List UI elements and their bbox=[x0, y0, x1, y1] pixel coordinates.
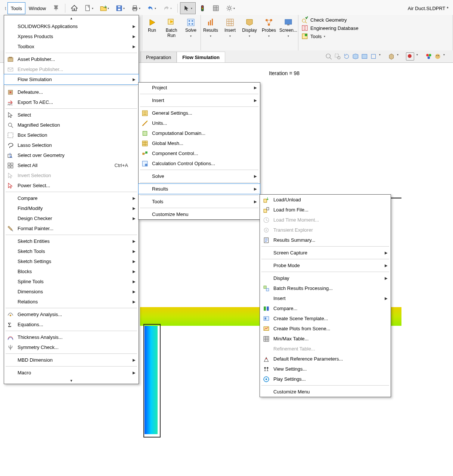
scroll-down-arrow[interactable]: ▼ bbox=[4, 378, 139, 384]
results-load-from-file[interactable]: Load from File... bbox=[260, 205, 391, 215]
results-summary[interactable]: Results Summary... bbox=[260, 235, 391, 245]
results-compare[interactable]: Compare... bbox=[260, 303, 391, 313]
redo-icon[interactable]: ▾ bbox=[159, 2, 175, 14]
ribbon-display-button[interactable]: Display▾ bbox=[240, 16, 259, 39]
traffic-light-icon[interactable] bbox=[196, 2, 209, 14]
hide-show-icon[interactable] bbox=[370, 53, 377, 60]
tab-preparation[interactable]: Preparation bbox=[140, 52, 177, 62]
open-file-icon[interactable]: ▾ bbox=[97, 2, 112, 14]
menu-find-modify[interactable]: Find/Modify▶ bbox=[4, 203, 139, 213]
zoom-area-icon[interactable] bbox=[334, 53, 341, 60]
results-customize[interactable]: Customize Menu bbox=[260, 387, 391, 397]
svg-rect-52 bbox=[11, 163, 13, 165]
results-view-settings[interactable]: View Settings... bbox=[260, 364, 391, 374]
ribbon-batch-run-button[interactable]: Batch Run bbox=[162, 16, 181, 44]
menu-macro[interactable]: Macro▶ bbox=[4, 368, 139, 378]
menu-design-checker[interactable]: Design Checker▶ bbox=[4, 213, 139, 223]
ribbon-solve-button[interactable]: Solve▾ bbox=[181, 16, 201, 39]
submenu-customize[interactable]: Customize Menu bbox=[139, 209, 260, 219]
menu-xpress-products[interactable]: Xpress Products▶ bbox=[4, 31, 139, 41]
options-grid-icon[interactable] bbox=[209, 2, 223, 14]
menu-mbd-dimension[interactable]: MBD Dimension▶ bbox=[4, 355, 139, 365]
palette-icon[interactable] bbox=[425, 53, 432, 60]
menu-dimensions[interactable]: Dimensions▶ bbox=[4, 287, 139, 297]
cursor-select-icon[interactable]: ▾ bbox=[180, 2, 196, 14]
ribbon-check-geometry[interactable]: Check Geometry bbox=[301, 16, 347, 23]
menu-compare[interactable]: Compare▶ bbox=[4, 193, 139, 203]
menu-asset-publisher[interactable]: Asset Publisher... bbox=[4, 54, 139, 64]
results-screen-capture[interactable]: Screen Capture▶ bbox=[260, 248, 391, 258]
menu-export-aec[interactable]: AECExport To AEC... bbox=[4, 97, 139, 107]
appearance-icon[interactable] bbox=[406, 52, 414, 61]
results-load-unload[interactable]: Load/Unload bbox=[260, 195, 391, 205]
menu-geometry-analysis[interactable]: Geometry Analysis... bbox=[4, 309, 139, 319]
menu-lasso-selection[interactable]: Lasso Selection bbox=[4, 140, 139, 150]
submenu-solve[interactable]: Solve▶ bbox=[139, 171, 260, 181]
menu-power-select[interactable]: Power Select... bbox=[4, 180, 139, 191]
save-icon[interactable]: ▾ bbox=[112, 2, 128, 14]
menu-sketch-settings[interactable]: Sketch Settings▶ bbox=[4, 256, 139, 266]
ribbon-screen-button[interactable]: Screen...▾ bbox=[279, 16, 298, 39]
tab-flow-simulation[interactable]: Flow Simulation bbox=[177, 52, 225, 62]
section-view-icon[interactable] bbox=[352, 53, 359, 60]
menu-tools[interactable]: Tools bbox=[7, 2, 25, 14]
submenu-units[interactable]: Units... bbox=[139, 118, 260, 128]
menu-toolbox[interactable]: Toolbox▶ bbox=[4, 41, 139, 52]
results-play-settings[interactable]: Play Settings... bbox=[260, 374, 391, 384]
menu-thickness-analysis[interactable]: Thickness Analysis... bbox=[4, 332, 139, 342]
menu-sketch-entities[interactable]: Sketch Entities▶ bbox=[4, 236, 139, 246]
results-insert[interactable]: Insert▶ bbox=[260, 293, 391, 303]
home-icon[interactable] bbox=[68, 2, 81, 14]
ribbon-results-button[interactable]: Results▾ bbox=[201, 16, 220, 39]
menu-blocks[interactable]: Blocks▶ bbox=[4, 266, 139, 276]
scene-icon[interactable] bbox=[434, 53, 441, 60]
submenu-calc-control-options[interactable]: Calculation Control Options... bbox=[139, 158, 260, 169]
menu-symmetry-check[interactable]: Symmetry Check... bbox=[4, 342, 139, 352]
ribbon-engineering-database[interactable]: Engineering Database bbox=[301, 25, 359, 31]
menu-magnified-selection[interactable]: Magnified Selection bbox=[4, 120, 139, 130]
box-icon[interactable] bbox=[388, 53, 395, 60]
undo-icon[interactable]: ▾ bbox=[144, 2, 159, 14]
menu-equations[interactable]: ΣEquations... bbox=[4, 319, 139, 330]
results-batch-processing[interactable]: Batch Results Processing... bbox=[260, 283, 391, 293]
menu-select-all[interactable]: Select AllCtrl+A bbox=[4, 160, 139, 170]
new-file-icon[interactable]: ▾ bbox=[81, 2, 97, 14]
ribbon-run-button[interactable]: Run bbox=[142, 16, 162, 39]
submenu-component-control[interactable]: Component Control... bbox=[139, 148, 260, 158]
submenu-project[interactable]: Project▶ bbox=[139, 83, 260, 93]
results-display[interactable]: Display▶ bbox=[260, 273, 391, 283]
results-create-scene-template[interactable]: Create Scene Template... bbox=[260, 313, 391, 324]
submenu-insert[interactable]: Insert▶ bbox=[139, 95, 260, 105]
menu-solidworks-applications[interactable]: SOLIDWORKS Applications▶ bbox=[4, 21, 139, 31]
menu-window[interactable]: Window bbox=[25, 2, 49, 14]
results-default-ref-params[interactable]: Default Reference Parameters... bbox=[260, 354, 391, 364]
menu-box-selection[interactable]: Box Selection bbox=[4, 130, 139, 140]
menu-defeature[interactable]: Defeature... bbox=[4, 87, 139, 97]
ribbon-insert-button[interactable]: Insert▾ bbox=[220, 16, 240, 39]
scroll-up-arrow[interactable]: ▲ bbox=[4, 15, 139, 21]
submenu-global-mesh[interactable]: Global Mesh... bbox=[139, 138, 260, 148]
results-create-plots-from-scene[interactable]: Create Plots from Scene... bbox=[260, 324, 391, 334]
menu-sketch-tools[interactable]: Sketch Tools▶ bbox=[4, 246, 139, 256]
results-minmax-table[interactable]: Min/Max Table... bbox=[260, 334, 391, 344]
menu-format-painter[interactable]: Format Painter... bbox=[4, 223, 139, 234]
print-icon[interactable]: ▾ bbox=[128, 2, 144, 14]
ribbon-probes-button[interactable]: Probes▾ bbox=[259, 16, 279, 39]
menu-select-over-geometry[interactable]: Select over Geometry bbox=[4, 150, 139, 160]
results-probe-mode[interactable]: Probe Mode▶ bbox=[260, 260, 391, 271]
submenu-tools[interactable]: Tools▶ bbox=[139, 197, 260, 207]
zoom-fit-icon[interactable] bbox=[325, 53, 332, 60]
gear-icon[interactable]: ▾ bbox=[223, 2, 238, 14]
submenu-computational-domain[interactable]: Computational Domain... bbox=[139, 128, 260, 138]
menu-flow-simulation[interactable]: Flow Simulation▶ bbox=[4, 74, 139, 85]
rotate-view-icon[interactable] bbox=[343, 53, 350, 60]
menu-spline-tools[interactable]: Spline Tools▶ bbox=[4, 276, 139, 287]
submenu-results[interactable]: Results▶ bbox=[138, 183, 260, 194]
menu-relations[interactable]: Relations▶ bbox=[4, 297, 139, 307]
submenu-general-settings[interactable]: General Settings... bbox=[139, 108, 260, 118]
pin-icon[interactable] bbox=[49, 2, 63, 14]
display-style-icon[interactable] bbox=[361, 53, 368, 60]
menu-select[interactable]: Select bbox=[4, 110, 139, 120]
ribbon-tools[interactable]: Tools▾ bbox=[301, 33, 325, 40]
tools-label: Tools bbox=[310, 34, 322, 39]
